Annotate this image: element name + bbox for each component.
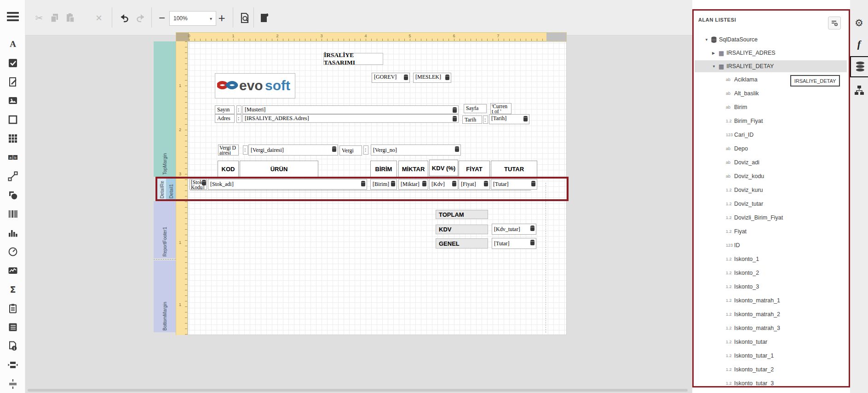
meslek-field[interactable]: [MESLEK] — [413, 73, 451, 83]
vergi-dairesi-field[interactable]: [Vergi_dairesi] — [248, 144, 338, 156]
rich-text-tool-icon[interactable] — [7, 76, 18, 87]
redo-button[interactable] — [134, 11, 148, 25]
band-detail1[interactable]: Detail1 — [166, 179, 176, 199]
undo-button[interactable] — [117, 11, 131, 25]
kdv-total-field[interactable]: [Kdv_tutar] — [492, 224, 536, 235]
adres-label[interactable]: Adres — [215, 114, 235, 123]
colon-label[interactable]: : — [363, 145, 368, 155]
kdv-total-label[interactable]: KDV — [436, 225, 488, 234]
menu-icon[interactable] — [7, 10, 19, 23]
field-list-item[interactable]: 1.2Fiyat — [694, 227, 849, 236]
field-list-item[interactable]: 1.2Birim_Fiyat — [694, 116, 849, 126]
page-number-field[interactable]: 'Current of ' — [490, 103, 512, 114]
detail-kdv-field[interactable]: [Kdv] — [429, 179, 458, 190]
tarih-label[interactable]: Tarih — [462, 116, 482, 124]
panel-tool-icon[interactable] — [7, 114, 18, 125]
zoom-in-button[interactable]: + — [215, 11, 229, 25]
picture-tool-icon[interactable] — [7, 95, 18, 106]
tab-report-explorer[interactable] — [850, 82, 868, 98]
separator-tool-icon[interactable] — [7, 378, 18, 389]
field-list-item[interactable]: 1.2Iskonto_tutar_2 — [694, 365, 849, 374]
vergi-no-label[interactable]: Vergi No — [339, 145, 362, 156]
header-miktar[interactable]: MİKTAR — [398, 161, 428, 177]
field-list-item[interactable]: abDoviz_adi — [694, 158, 849, 167]
report-title-label[interactable]: İRSALİYE TASARIMI — [323, 53, 383, 65]
barcode-tool-icon[interactable] — [7, 208, 18, 220]
preview-button[interactable] — [238, 11, 252, 25]
colon-label[interactable]: : — [236, 114, 241, 123]
field-list-item[interactable]: abDoviz_kodu — [694, 172, 849, 181]
field-list-item[interactable]: 1.2Iskonto_matrah_2 — [694, 310, 849, 319]
field-list-item[interactable]: 1.2Iskonto_tutar_3 — [694, 379, 849, 386]
line-tool-icon[interactable] — [7, 171, 18, 182]
field-list-item[interactable]: abAciklama — [694, 75, 849, 84]
header-fiyat[interactable]: FİYAT — [459, 161, 490, 177]
header-kdv[interactable]: KDV (%) — [429, 160, 458, 176]
sayfa-label[interactable]: Sayfa — [464, 104, 487, 113]
genel-total-field[interactable]: [Tutar] — [492, 238, 536, 249]
detail-miktar-field[interactable]: [Miktar] — [398, 179, 428, 190]
field-list-item[interactable]: 1.2Iskonto_tutar_1 — [694, 351, 849, 360]
field-list-item[interactable]: abAlt_baslik — [694, 89, 849, 98]
field-list-item[interactable]: 1.2Iskonto_3 — [694, 282, 849, 291]
field-list-item[interactable]: 1.2Dovizli_Birim_Fiyat — [694, 213, 849, 222]
page-break-tool-icon[interactable] — [7, 359, 18, 370]
table-of-contents-tool-icon[interactable] — [7, 322, 18, 333]
adres-field[interactable]: [IRSALIYE_ADRES.Adres] — [242, 114, 459, 123]
band-bottom-margin[interactable]: BottomMargin — [154, 260, 176, 332]
logo-picture-box[interactable]: evo soft — [215, 73, 295, 98]
field-list-item[interactable]: 1.2Doviz_kuru — [694, 185, 849, 195]
field-list-item[interactable]: 1.2Iskonto_matrah_1 — [694, 296, 849, 305]
tarih-field[interactable]: [Tarih] — [489, 114, 529, 124]
musteri-field[interactable]: [Musteri] — [242, 105, 459, 114]
chart-tool-icon[interactable] — [7, 227, 18, 238]
tab-expressions[interactable]: f — [850, 36, 868, 52]
sayin-label[interactable]: Sayın — [215, 105, 235, 114]
paste-button[interactable] — [63, 11, 77, 25]
colon-label[interactable]: : — [243, 145, 248, 155]
header-birim[interactable]: BİRİM — [370, 161, 397, 177]
summary-tool-icon[interactable]: Σ — [7, 284, 18, 295]
gauge-tool-icon[interactable] — [7, 246, 18, 257]
genel-label[interactable]: GENEL — [436, 238, 488, 249]
field-list-item[interactable]: abDepo — [694, 144, 849, 153]
page-info-tool-icon[interactable] — [7, 341, 18, 352]
field-list-item[interactable]: 1.2Doviz_tutar — [694, 199, 849, 208]
band-report-footer[interactable]: ReportFooter1 — [154, 201, 176, 258]
tab-properties[interactable]: ⚙ — [850, 15, 868, 31]
detail-stok-adi-field[interactable]: [Stok_adi] — [208, 179, 367, 190]
toplam-label[interactable]: TOPLAM — [436, 210, 488, 219]
table-tool-icon[interactable] — [7, 133, 18, 144]
shape-tool-icon[interactable] — [7, 190, 18, 201]
report-page[interactable]: İRSALİYE TASARIMI evo soft [GOREV] [MESL… — [188, 41, 567, 335]
field-list-item[interactable]: 123ID — [694, 241, 849, 250]
scripts-button[interactable] — [258, 11, 271, 25]
zoom-out-button[interactable]: − — [155, 11, 169, 25]
colon-label[interactable]: : — [483, 116, 488, 124]
character-comb-tool-icon[interactable]: ab — [7, 152, 18, 163]
line-element[interactable] — [190, 190, 531, 192]
detail-tutar-field[interactable]: [Tutar] — [491, 179, 537, 190]
text-tool-icon[interactable]: A — [7, 39, 18, 50]
gorev-field[interactable]: [GOREV] — [372, 73, 410, 83]
vergi-dairesi-label[interactable]: Vergi Dairesi — [218, 144, 239, 156]
tab-field-list-selected[interactable] — [850, 56, 868, 77]
vergi-no-field[interactable]: [Vergi_no] — [371, 144, 461, 156]
field-list-item[interactable]: 1.2Iskonto_2 — [694, 268, 849, 277]
field-list-item[interactable]: abBirim — [694, 103, 849, 112]
sparkline-tool-icon[interactable] — [7, 265, 18, 276]
checkbox-tool-icon[interactable] — [7, 58, 18, 69]
band-detail-report[interactable]: DetailRe — [157, 179, 166, 199]
copy-button[interactable] — [48, 11, 62, 25]
header-tutar[interactable]: TUTAR — [491, 161, 537, 177]
delete-button[interactable]: × — [92, 11, 106, 25]
field-list-item[interactable]: 1.2Iskonto_matrah_3 — [694, 324, 849, 333]
header-urun[interactable]: ÜRÜN — [240, 161, 318, 177]
horizontal-scrollbar[interactable] — [28, 389, 688, 392]
clipboard-tool-icon[interactable] — [7, 303, 18, 314]
band-top-margin[interactable]: TopMargin — [154, 41, 176, 177]
detail-stok-kodu-field[interactable]: [Stok_Kodu] — [190, 179, 207, 190]
header-kod[interactable]: KOD — [218, 161, 239, 177]
colon-label[interactable]: : — [236, 105, 241, 114]
field-list-item[interactable]: 123Cari_ID — [694, 130, 849, 139]
